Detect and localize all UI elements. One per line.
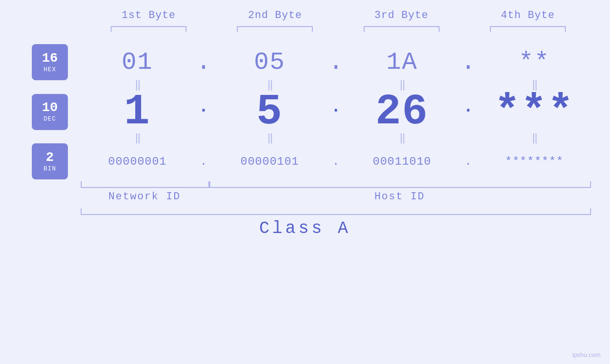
bottom-brackets: [81, 181, 591, 188]
hex-dot-1: .: [194, 48, 213, 76]
hex-cell-4: **: [478, 48, 591, 76]
dec-cell-1: 1: [81, 91, 194, 133]
dec-dot-2: .: [327, 97, 346, 126]
dec-dot-1: .: [194, 97, 213, 126]
hex-val-4: **: [518, 48, 550, 76]
bottom-section: Network ID Host ID: [19, 181, 591, 215]
dec-val-4: ***: [495, 91, 574, 133]
main-container: 1st Byte 2nd Byte 3rd Byte 4th Byte 16 H…: [0, 0, 610, 364]
bin-val-4: ********: [505, 155, 563, 168]
hex-val-1: 01: [122, 48, 153, 76]
bracket-cell-4: [465, 26, 591, 32]
bin-badge-number: 2: [46, 151, 54, 164]
bracket-cell-3: [338, 26, 465, 32]
bin-badge-sub: BIN: [44, 165, 56, 172]
hex-cell-2: 05: [213, 48, 327, 76]
hex-dot-2: .: [327, 48, 346, 76]
id-labels-row: Network ID Host ID: [81, 191, 591, 203]
bin-badge-area: 2 BIN: [19, 143, 81, 179]
bracket-cell-2: [212, 26, 338, 32]
top-brackets-row: [19, 26, 591, 32]
hex-cell-3: 1A: [346, 48, 459, 76]
network-id-bracket: [81, 181, 209, 188]
bin-cell-2: 00000101: [213, 155, 327, 168]
class-label: Class A: [19, 219, 591, 238]
hex-val-3: 1A: [386, 48, 418, 76]
dec-badge-number: 10: [42, 101, 58, 114]
bin-dot-3: .: [459, 155, 478, 168]
network-id-label: Network ID: [81, 191, 208, 203]
dec-badge-sub: DEC: [44, 115, 56, 122]
hex-dot-3: .: [459, 48, 478, 76]
class-bracket: [81, 208, 591, 215]
bin-cell-3: 00011010: [346, 155, 459, 168]
host-id-label: Host ID: [208, 191, 591, 203]
host-id-bracket: [209, 181, 591, 188]
bin-dot-1: .: [194, 155, 213, 168]
byte-header-2: 2nd Byte: [212, 9, 338, 21]
bin-badge: 2 BIN: [32, 143, 68, 179]
dec-data-area: 1 . 5 . 26 . ***: [81, 91, 591, 133]
watermark: ipshu.com: [572, 351, 601, 358]
hex-badge-area: 16 HEX: [19, 44, 81, 80]
dec-row-wrapper: 10 DEC 1 . 5 . 26 . ***: [19, 91, 591, 133]
bin-cell-4: ********: [478, 155, 591, 168]
hex-badge-number: 16: [42, 52, 58, 65]
hex-val-2: 05: [254, 48, 285, 76]
bin-data-area: 00000001 . 00000101 . 00011010 . *******…: [81, 155, 591, 168]
bracket-top-1: [111, 26, 187, 32]
dec-val-2: 5: [256, 91, 283, 133]
byte-headers-row: 1st Byte 2nd Byte 3rd Byte 4th Byte: [19, 9, 591, 21]
dec-cell-4: ***: [478, 91, 591, 133]
bracket-top-4: [490, 26, 566, 32]
bin-val-3: 00011010: [373, 155, 431, 168]
bin-val-2: 00000101: [241, 155, 299, 168]
bin-val-1: 00000001: [108, 155, 167, 168]
dec-dot-3: .: [459, 97, 478, 126]
hex-badge-sub: HEX: [44, 66, 56, 73]
byte-header-3: 3rd Byte: [338, 9, 465, 21]
dec-val-3: 26: [375, 91, 429, 133]
bracket-top-2: [237, 26, 313, 32]
bin-row-wrapper: 2 BIN 00000001 . 00000101 . 00011010 .: [19, 143, 591, 179]
dec-val-1: 1: [124, 91, 150, 133]
byte-header-4: 4th Byte: [465, 9, 591, 21]
dec-badge: 10 DEC: [32, 94, 68, 130]
hex-data-area: 01 . 05 . 1A . **: [81, 48, 591, 76]
dec-cell-2: 5: [213, 91, 327, 133]
hex-row-wrapper: 16 HEX 01 . 05 . 1A . **: [19, 44, 591, 80]
bin-cell-1: 00000001: [81, 155, 194, 168]
bin-dot-2: .: [327, 155, 346, 168]
dec-cell-3: 26: [346, 91, 459, 133]
bracket-cell-1: [85, 26, 212, 32]
hex-badge: 16 HEX: [32, 44, 68, 80]
hex-cell-1: 01: [81, 48, 194, 76]
byte-header-1: 1st Byte: [85, 9, 212, 21]
bracket-top-3: [364, 26, 440, 32]
dec-badge-area: 10 DEC: [19, 94, 81, 130]
